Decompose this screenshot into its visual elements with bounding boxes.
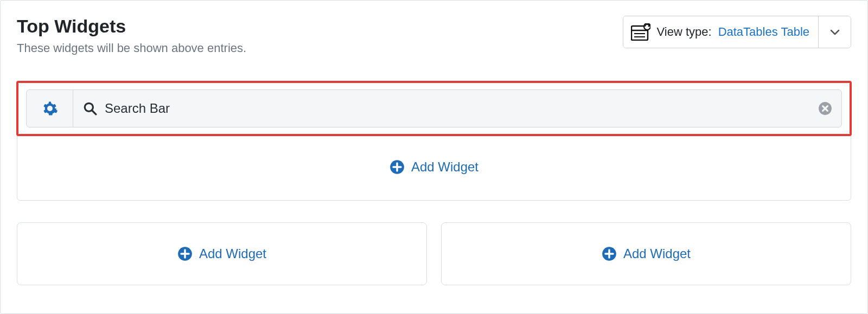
plus-circle-icon [177,246,193,261]
view-type-value: DataTables Table [718,25,809,39]
widget-name: Search Bar [105,101,170,116]
svg-line-6 [92,110,96,114]
widget-drop-area: Search Bar [17,81,851,201]
search-bar-widget[interactable]: Search Bar [26,89,842,127]
section-title: Top Widgets [17,16,246,37]
widget-settings-button[interactable] [27,90,73,127]
chevron-down-icon [829,26,841,38]
view-type-caret[interactable] [818,16,851,48]
add-widget-label: Add Widget [623,246,691,261]
add-widget-label: Add Widget [199,246,266,261]
widget-body: Search Bar [73,90,809,127]
section-subtitle: These widgets will be shown above entrie… [17,41,246,55]
panel-header: Top Widgets These widgets will be shown … [17,16,851,55]
view-type-button[interactable]: View type: DataTables Table [623,16,818,48]
add-widget-label: Add Widget [411,159,478,175]
add-widget-button-right[interactable]: Add Widget [441,222,851,285]
plus-circle-icon [390,159,405,175]
widget-columns: Add Widget Add Widget [17,222,851,285]
add-widget-button[interactable]: Add Widget [25,144,843,190]
title-block: Top Widgets These widgets will be shown … [17,16,246,55]
close-icon [818,101,832,116]
gear-icon [42,100,58,117]
top-widgets-panel: Top Widgets These widgets will be shown … [0,0,868,314]
view-type-label: View type: [657,25,712,39]
plus-circle-icon [602,246,617,261]
view-type-selector[interactable]: View type: DataTables Table [623,16,851,48]
add-widget-button-left[interactable]: Add Widget [17,222,427,285]
highlight-frame: Search Bar [16,81,852,136]
widget-remove-button[interactable] [809,90,841,127]
search-icon [83,101,97,116]
table-icon [631,23,650,41]
